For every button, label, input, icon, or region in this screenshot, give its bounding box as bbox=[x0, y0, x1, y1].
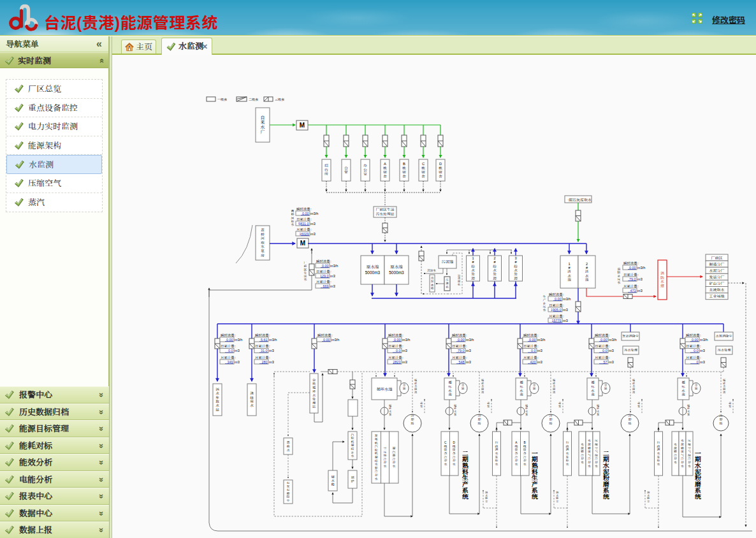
svg-text:水泥洒降尘: 水泥洒降尘 bbox=[716, 334, 732, 338]
svg-text:循环水池: 循环水池 bbox=[520, 381, 523, 396]
svg-text:0.0: 0.0 bbox=[694, 349, 699, 353]
svg-text:生产补压水: 生产补压水 bbox=[543, 294, 546, 312]
svg-text:循环水泵: 循环水泵 bbox=[454, 404, 457, 416]
svg-text:瞬时流量：: 瞬时流量： bbox=[296, 207, 314, 211]
svg-text:瞬时流量：: 瞬时流量： bbox=[595, 333, 612, 337]
svg-text:0.00: 0.00 bbox=[629, 266, 636, 270]
svg-text:污泥池: 污泥池 bbox=[442, 259, 454, 264]
svg-text:水泥分厂: 水泥分厂 bbox=[709, 268, 724, 273]
svg-text:旁滤: 旁滤 bbox=[695, 384, 698, 390]
svg-text:污水处理: 污水处理 bbox=[718, 348, 732, 352]
svg-text:日累计量：: 日累计量： bbox=[549, 303, 566, 307]
svg-text:黄桥河取水泵房: 黄桥河取水泵房 bbox=[261, 228, 265, 258]
svg-text:循环水泵: 循环水泵 bbox=[389, 404, 392, 416]
svg-text:0.00: 0.00 bbox=[302, 212, 309, 215]
svg-text:循环水回流: 循环水回流 bbox=[553, 379, 556, 394]
svg-text:旁滤: 旁滤 bbox=[462, 384, 465, 390]
svg-text:m3: m3 bbox=[637, 277, 643, 281]
svg-text:消防水塔: 消防水塔 bbox=[660, 271, 664, 288]
svg-text:水泥磨废气冷却水: 水泥磨废气冷却水 bbox=[681, 439, 684, 467]
svg-text:129.0: 129.0 bbox=[320, 274, 329, 278]
svg-text:m3: m3 bbox=[466, 349, 471, 353]
svg-text:循环水泵: 循环水泵 bbox=[597, 404, 600, 416]
svg-text:循环水泵: 循环水泵 bbox=[687, 404, 690, 416]
svg-text:57: 57 bbox=[604, 360, 607, 364]
svg-text:月累计量：: 月累计量： bbox=[623, 284, 641, 288]
svg-text:原水池: 原水池 bbox=[390, 265, 403, 269]
svg-text:压滤机: 压滤机 bbox=[446, 279, 449, 289]
svg-text:月累计量：: 月累计量： bbox=[296, 228, 314, 231]
svg-text:蒸发: 蒸发 bbox=[729, 402, 732, 408]
svg-text:月累计量：: 月累计量： bbox=[255, 356, 272, 360]
svg-text:污水处理站: 污水处理站 bbox=[376, 212, 395, 216]
svg-text:汽轮机凝结补水: 汽轮机凝结补水 bbox=[351, 433, 354, 458]
svg-text:二期水泥粉磨系统: 二期水泥粉磨系统 bbox=[602, 450, 610, 500]
svg-text:发运洒降尘: 发运洒降尘 bbox=[622, 334, 639, 338]
svg-text:日累计量：: 日累计量： bbox=[595, 344, 612, 348]
svg-text:280: 280 bbox=[262, 360, 268, 364]
svg-text:日累计量：: 日累计量： bbox=[316, 270, 333, 273]
svg-text:m3: m3 bbox=[330, 274, 335, 278]
svg-text:月累计量：: 月累计量： bbox=[549, 314, 566, 318]
svg-text:一期石灰库取水: 一期石灰库取水 bbox=[565, 198, 592, 202]
svg-text:旁滤: 旁滤 bbox=[403, 384, 406, 390]
svg-text:m3: m3 bbox=[563, 319, 568, 323]
svg-text:B线设备冷却水: B线设备冷却水 bbox=[523, 441, 527, 466]
svg-text:瞬时流量：: 瞬时流量： bbox=[317, 333, 335, 337]
svg-text:C线设备冷却水: C线设备冷却水 bbox=[444, 441, 447, 466]
svg-text:m3/h: m3/h bbox=[537, 338, 545, 342]
svg-text:m3/h: m3/h bbox=[402, 338, 410, 342]
svg-text:m3: m3 bbox=[563, 308, 568, 312]
svg-text:m3/h: m3/h bbox=[466, 338, 474, 342]
svg-text:消防补压水: 消防补压水 bbox=[618, 267, 621, 284]
svg-text:m3/h: m3/h bbox=[609, 338, 616, 342]
svg-text:m3/h: m3/h bbox=[310, 212, 318, 215]
svg-text:浇绿用水: 浇绿用水 bbox=[250, 391, 254, 407]
svg-text:行政洒水车取水: 行政洒水车取水 bbox=[495, 441, 498, 466]
svg-text:循环水池: 循环水池 bbox=[377, 387, 393, 391]
svg-text:余热循环水处理站: 余热循环水处理站 bbox=[312, 378, 316, 409]
svg-text:日累计量：: 日累计量： bbox=[452, 344, 469, 348]
svg-text:循环水回流: 循环水回流 bbox=[481, 379, 484, 394]
svg-text:厂前区生活水: 厂前区生活水 bbox=[304, 261, 307, 281]
svg-text:0.0: 0.0 bbox=[602, 349, 607, 353]
svg-text:0.0: 0.0 bbox=[396, 349, 401, 353]
svg-text:5831.0: 5831.0 bbox=[298, 222, 309, 226]
svg-text:污泥浓缩: 污泥浓缩 bbox=[431, 277, 434, 290]
svg-text:三级表: 三级表 bbox=[275, 98, 284, 101]
svg-text:矿山分厂: 矿山分厂 bbox=[709, 281, 724, 286]
svg-text:79.0: 79.0 bbox=[458, 349, 465, 353]
svg-text:m3/h: m3/h bbox=[235, 338, 242, 342]
svg-text:0.0: 0.0 bbox=[228, 349, 233, 353]
svg-text:旁滤: 旁滤 bbox=[533, 384, 536, 390]
svg-text:m3: m3 bbox=[637, 289, 643, 293]
svg-text:蒸发: 蒸发 bbox=[420, 402, 423, 408]
svg-text:发运分厂: 发运分厂 bbox=[709, 275, 724, 279]
svg-text:m3: m3 bbox=[609, 349, 614, 353]
svg-text:行政洒水车取水: 行政洒水车取水 bbox=[566, 441, 569, 466]
svg-text:m3: m3 bbox=[235, 360, 240, 364]
svg-text:招待所: 招待所 bbox=[324, 164, 328, 176]
svg-text:A线设备冷却水: A线设备冷却水 bbox=[514, 441, 518, 466]
svg-text:日累计量：: 日累计量： bbox=[296, 217, 314, 221]
svg-text:石灰石磨降尘: 石灰石磨降尘 bbox=[287, 481, 290, 502]
svg-text:蒸发: 蒸发 bbox=[558, 402, 562, 408]
svg-text:行政洒水车取水: 行政洒水车取水 bbox=[657, 441, 660, 466]
svg-text:日累计量：: 日累计量： bbox=[686, 344, 703, 348]
svg-text:m3: m3 bbox=[466, 360, 471, 364]
svg-text:二级表: 二级表 bbox=[249, 98, 258, 101]
svg-text:m3: m3 bbox=[269, 349, 274, 353]
svg-text:污水处理: 污水处理 bbox=[624, 348, 638, 352]
svg-text:洒水降尘: 洒水降尘 bbox=[647, 491, 650, 503]
svg-text:冷却塔: 冷却塔 bbox=[628, 414, 631, 425]
svg-text:0.00: 0.00 bbox=[226, 338, 233, 342]
svg-text:瞬时流量：: 瞬时流量： bbox=[452, 333, 469, 337]
svg-text:月累计量：: 月累计量： bbox=[388, 356, 405, 360]
svg-text:79.0: 79.0 bbox=[629, 277, 636, 281]
svg-text:厂前区: 厂前区 bbox=[711, 256, 722, 260]
svg-text:水泥磨冷却水: 水泥磨冷却水 bbox=[581, 442, 584, 464]
svg-text:蒸发: 蒸发 bbox=[637, 402, 641, 408]
svg-text:制造分厂: 制造分厂 bbox=[709, 262, 724, 266]
svg-text:洒水降尘: 洒水降尘 bbox=[556, 491, 559, 503]
svg-text:循环水回流: 循环水回流 bbox=[723, 379, 726, 394]
